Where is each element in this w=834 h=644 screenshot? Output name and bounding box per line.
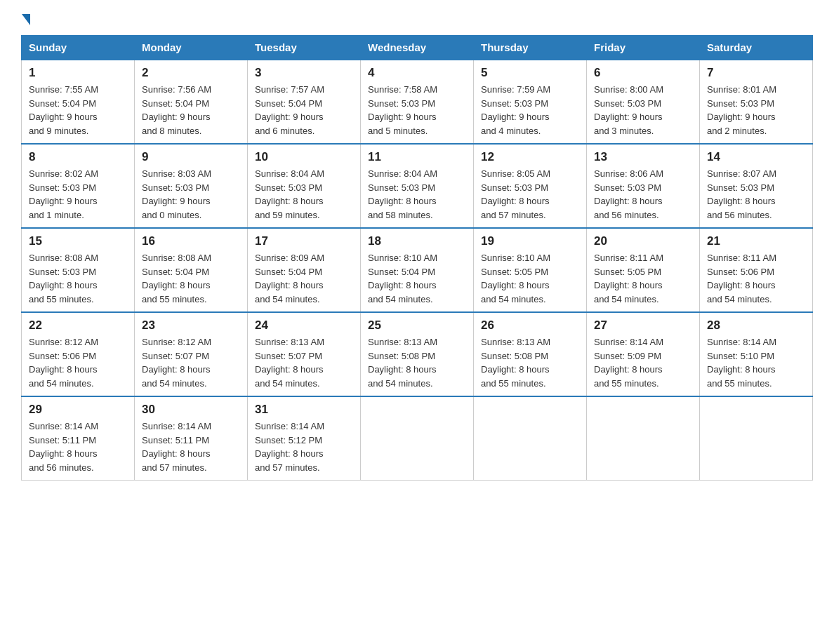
header-wednesday: Wednesday (361, 36, 474, 60)
calendar-day-cell: 3Sunrise: 7:57 AMSunset: 5:04 PMDaylight… (248, 60, 361, 144)
calendar-day-cell: 19Sunrise: 8:10 AMSunset: 5:05 PMDayligh… (474, 228, 587, 312)
day-number: 4 (368, 66, 466, 80)
header-monday: Monday (135, 36, 248, 60)
calendar-day-cell: 13Sunrise: 8:06 AMSunset: 5:03 PMDayligh… (587, 144, 700, 228)
day-number: 11 (368, 150, 466, 164)
calendar-day-cell: 17Sunrise: 8:09 AMSunset: 5:04 PMDayligh… (248, 228, 361, 312)
calendar-day-cell: 21Sunrise: 8:11 AMSunset: 5:06 PMDayligh… (700, 228, 813, 312)
day-info: Sunrise: 8:13 AMSunset: 5:08 PMDaylight:… (481, 335, 579, 390)
day-info: Sunrise: 7:57 AMSunset: 5:04 PMDaylight:… (255, 83, 353, 137)
day-number: 9 (142, 150, 240, 164)
day-number: 25 (368, 318, 466, 333)
logo (21, 14, 30, 21)
header-sunday: Sunday (22, 36, 135, 60)
calendar-day-cell: 16Sunrise: 8:08 AMSunset: 5:04 PMDayligh… (135, 228, 248, 312)
calendar-day-cell (700, 396, 813, 481)
day-number: 20 (594, 234, 692, 248)
day-info: Sunrise: 8:08 AMSunset: 5:03 PMDaylight:… (29, 251, 127, 306)
header-friday: Friday (587, 36, 700, 60)
day-number: 5 (481, 66, 579, 80)
day-info: Sunrise: 8:12 AMSunset: 5:07 PMDaylight:… (142, 335, 240, 390)
day-number: 17 (255, 234, 353, 248)
day-info: Sunrise: 8:01 AMSunset: 5:03 PMDaylight:… (707, 83, 805, 137)
day-info: Sunrise: 8:14 AMSunset: 5:10 PMDaylight:… (707, 335, 805, 390)
day-info: Sunrise: 8:12 AMSunset: 5:06 PMDaylight:… (29, 335, 127, 390)
day-number: 14 (707, 150, 805, 164)
header-saturday: Saturday (700, 36, 813, 60)
day-info: Sunrise: 8:05 AMSunset: 5:03 PMDaylight:… (481, 167, 579, 222)
day-number: 13 (594, 150, 692, 164)
calendar-day-cell: 7Sunrise: 8:01 AMSunset: 5:03 PMDaylight… (700, 60, 813, 144)
page-header (21, 14, 813, 21)
calendar-day-cell (361, 396, 474, 481)
day-info: Sunrise: 8:14 AMSunset: 5:11 PMDaylight:… (142, 420, 240, 474)
day-info: Sunrise: 8:04 AMSunset: 5:03 PMDaylight:… (255, 167, 353, 222)
day-info: Sunrise: 8:14 AMSunset: 5:12 PMDaylight:… (255, 420, 353, 474)
calendar-day-cell: 18Sunrise: 8:10 AMSunset: 5:04 PMDayligh… (361, 228, 474, 312)
day-number: 7 (707, 66, 805, 80)
day-number: 26 (481, 318, 579, 333)
header-thursday: Thursday (474, 36, 587, 60)
calendar-day-cell: 29Sunrise: 8:14 AMSunset: 5:11 PMDayligh… (22, 396, 135, 481)
day-number: 15 (29, 234, 127, 248)
calendar-week-row: 22Sunrise: 8:12 AMSunset: 5:06 PMDayligh… (22, 312, 813, 396)
day-number: 1 (29, 66, 127, 80)
day-info: Sunrise: 8:14 AMSunset: 5:09 PMDaylight:… (594, 335, 692, 390)
calendar-day-cell: 2Sunrise: 7:56 AMSunset: 5:04 PMDaylight… (135, 60, 248, 144)
day-info: Sunrise: 8:09 AMSunset: 5:04 PMDaylight:… (255, 251, 353, 306)
calendar-day-cell: 31Sunrise: 8:14 AMSunset: 5:12 PMDayligh… (248, 396, 361, 481)
day-number: 16 (142, 234, 240, 248)
day-number: 3 (255, 66, 353, 80)
day-info: Sunrise: 8:10 AMSunset: 5:04 PMDaylight:… (368, 251, 466, 306)
calendar-day-cell: 9Sunrise: 8:03 AMSunset: 5:03 PMDaylight… (135, 144, 248, 228)
day-info: Sunrise: 8:02 AMSunset: 5:03 PMDaylight:… (29, 167, 127, 222)
calendar-day-cell: 27Sunrise: 8:14 AMSunset: 5:09 PMDayligh… (587, 312, 700, 396)
calendar-day-cell: 1Sunrise: 7:55 AMSunset: 5:04 PMDaylight… (22, 60, 135, 144)
day-number: 29 (29, 403, 127, 417)
calendar-table: Sunday Monday Tuesday Wednesday Thursday… (21, 35, 813, 481)
calendar-day-cell: 28Sunrise: 8:14 AMSunset: 5:10 PMDayligh… (700, 312, 813, 396)
day-number: 31 (255, 403, 353, 417)
day-number: 24 (255, 318, 353, 333)
calendar-day-cell: 14Sunrise: 8:07 AMSunset: 5:03 PMDayligh… (700, 144, 813, 228)
day-number: 8 (29, 150, 127, 164)
day-number: 28 (707, 318, 805, 333)
day-info: Sunrise: 8:03 AMSunset: 5:03 PMDaylight:… (142, 167, 240, 222)
calendar-week-row: 1Sunrise: 7:55 AMSunset: 5:04 PMDaylight… (22, 60, 813, 144)
day-info: Sunrise: 8:14 AMSunset: 5:11 PMDaylight:… (29, 420, 127, 474)
calendar-day-cell: 8Sunrise: 8:02 AMSunset: 5:03 PMDaylight… (22, 144, 135, 228)
day-number: 30 (142, 403, 240, 417)
day-info: Sunrise: 7:58 AMSunset: 5:03 PMDaylight:… (368, 83, 466, 137)
day-number: 21 (707, 234, 805, 248)
day-number: 23 (142, 318, 240, 333)
calendar-week-row: 8Sunrise: 8:02 AMSunset: 5:03 PMDaylight… (22, 144, 813, 228)
day-info: Sunrise: 8:10 AMSunset: 5:05 PMDaylight:… (481, 251, 579, 306)
calendar-day-cell: 15Sunrise: 8:08 AMSunset: 5:03 PMDayligh… (22, 228, 135, 312)
calendar-day-cell: 11Sunrise: 8:04 AMSunset: 5:03 PMDayligh… (361, 144, 474, 228)
day-number: 22 (29, 318, 127, 333)
day-info: Sunrise: 8:11 AMSunset: 5:06 PMDaylight:… (707, 251, 805, 306)
calendar-week-row: 29Sunrise: 8:14 AMSunset: 5:11 PMDayligh… (22, 396, 813, 481)
calendar-day-cell: 25Sunrise: 8:13 AMSunset: 5:08 PMDayligh… (361, 312, 474, 396)
day-number: 10 (255, 150, 353, 164)
day-info: Sunrise: 8:08 AMSunset: 5:04 PMDaylight:… (142, 251, 240, 306)
calendar-day-cell: 24Sunrise: 8:13 AMSunset: 5:07 PMDayligh… (248, 312, 361, 396)
logo-arrow-icon (22, 14, 30, 25)
calendar-day-cell (474, 396, 587, 481)
day-number: 19 (481, 234, 579, 248)
day-info: Sunrise: 8:13 AMSunset: 5:07 PMDaylight:… (255, 335, 353, 390)
calendar-day-cell: 22Sunrise: 8:12 AMSunset: 5:06 PMDayligh… (22, 312, 135, 396)
day-info: Sunrise: 8:07 AMSunset: 5:03 PMDaylight:… (707, 167, 805, 222)
day-info: Sunrise: 7:56 AMSunset: 5:04 PMDaylight:… (142, 83, 240, 137)
day-info: Sunrise: 8:11 AMSunset: 5:05 PMDaylight:… (594, 251, 692, 306)
calendar-day-cell: 5Sunrise: 7:59 AMSunset: 5:03 PMDaylight… (474, 60, 587, 144)
calendar-day-cell: 23Sunrise: 8:12 AMSunset: 5:07 PMDayligh… (135, 312, 248, 396)
day-info: Sunrise: 7:55 AMSunset: 5:04 PMDaylight:… (29, 83, 127, 137)
day-info: Sunrise: 8:00 AMSunset: 5:03 PMDaylight:… (594, 83, 692, 137)
calendar-day-cell: 10Sunrise: 8:04 AMSunset: 5:03 PMDayligh… (248, 144, 361, 228)
day-info: Sunrise: 8:06 AMSunset: 5:03 PMDaylight:… (594, 167, 692, 222)
calendar-header-row: Sunday Monday Tuesday Wednesday Thursday… (22, 36, 813, 60)
day-number: 6 (594, 66, 692, 80)
day-info: Sunrise: 7:59 AMSunset: 5:03 PMDaylight:… (481, 83, 579, 137)
calendar-week-row: 15Sunrise: 8:08 AMSunset: 5:03 PMDayligh… (22, 228, 813, 312)
